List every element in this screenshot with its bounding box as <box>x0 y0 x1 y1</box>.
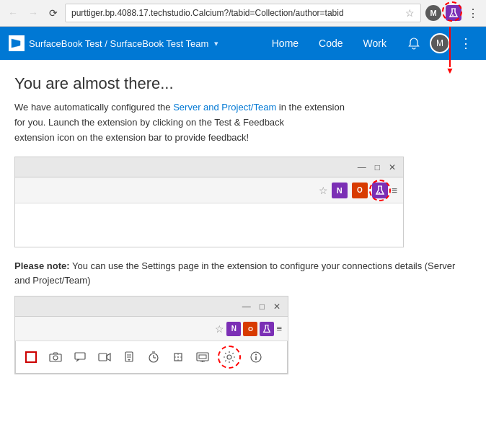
navbar-wrapper: SurfaceBook Test / SurfaceBook Test Team… <box>0 27 486 60</box>
step-button[interactable] <box>120 348 138 366</box>
url-text: purttiger.bp.4088.17.techstudio.Calcium?… <box>71 8 401 18</box>
comment-button[interactable] <box>71 348 89 366</box>
nav-work[interactable]: Work <box>353 27 397 60</box>
mock-close-1[interactable]: ✕ <box>387 162 397 172</box>
notifications-button[interactable] <box>402 32 425 55</box>
page-title: You are almost there... <box>14 74 472 93</box>
nav-home[interactable]: Home <box>262 27 309 60</box>
mock-flask-icon-2[interactable] <box>260 322 274 336</box>
test-feedback-icon[interactable] <box>444 4 463 22</box>
mock-star-icon-2: ☆ <box>215 323 224 335</box>
nav-icons: M ⋮ <box>402 32 477 55</box>
note-text: Please note: You can use the Settings pa… <box>14 259 472 287</box>
mock-onenote-icon-2[interactable]: N <box>226 322 241 336</box>
mock-minimize-2[interactable]: — <box>241 302 252 312</box>
video-button[interactable] <box>95 348 114 366</box>
nav-links: Home Code Work <box>262 27 397 60</box>
browser-menu-button[interactable]: ⋮ <box>464 6 482 20</box>
svg-rect-5 <box>75 353 85 359</box>
svg-point-23 <box>255 354 257 356</box>
nav-code[interactable]: Code <box>309 27 353 60</box>
flask-highlight-circle <box>369 180 391 201</box>
refresh-button[interactable]: ⟳ <box>45 4 62 22</box>
browser-chrome: ← → ⟳ purttiger.bp.4088.17.techstudio.Ca… <box>0 0 486 27</box>
arrow-indicator: ▼ <box>446 27 454 76</box>
crop-button[interactable] <box>169 348 187 366</box>
camera-button[interactable] <box>46 348 65 366</box>
project-chevron: ▾ <box>214 39 218 48</box>
mock-toolbar-2: ☆ N O ≡ <box>15 317 288 341</box>
svg-point-4 <box>53 356 58 360</box>
note-label: Please note: <box>14 260 70 271</box>
mock-toolbar-1: ☆ N O ≡ <box>15 177 403 203</box>
mock-office-icon-2[interactable]: O <box>243 322 257 336</box>
mock-minimize-1[interactable]: — <box>356 162 368 172</box>
mock-onenote-icon[interactable]: N <box>331 182 348 199</box>
info-button[interactable] <box>247 348 265 366</box>
svg-rect-16 <box>197 353 208 361</box>
browser-mockup-1: — □ ✕ ☆ N O ≡ <box>14 157 404 247</box>
timer-button[interactable] <box>144 348 163 366</box>
app-navbar: SurfaceBook Test / SurfaceBook Test Team… <box>0 27 486 60</box>
forward-button[interactable]: → <box>25 4 42 22</box>
mock-maximize-2[interactable]: □ <box>258 302 266 312</box>
back-button[interactable]: ← <box>4 4 22 22</box>
star-icon: ☆ <box>405 7 415 19</box>
mock-titlebar-2: — □ ✕ <box>15 297 288 317</box>
mock-star-icon: ☆ <box>319 185 328 196</box>
mock-close-2[interactable]: ✕ <box>272 302 282 312</box>
note-content: You can use the Settings page in the ext… <box>14 260 455 286</box>
mock-content-area <box>15 203 403 247</box>
screen-button[interactable] <box>193 348 212 366</box>
mock-menu-icon[interactable]: ≡ <box>392 185 397 196</box>
note-section: Please note: You can use the Settings pa… <box>14 259 472 287</box>
address-bar[interactable]: purttiger.bp.4088.17.techstudio.Calcium?… <box>65 4 421 22</box>
user-avatar-icon[interactable]: M <box>424 4 443 22</box>
extension-icons: M ⋮ <box>424 4 482 22</box>
mock-office-icon[interactable]: O <box>351 182 368 199</box>
browser-toolbar: ← → ⟳ purttiger.bp.4088.17.techstudio.Ca… <box>0 0 486 26</box>
browser-mockup-2: — □ ✕ ☆ N O ≡ <box>14 296 288 374</box>
extension-toolbar <box>15 341 288 374</box>
mock-flask-icon[interactable] <box>371 182 389 199</box>
main-content: You are almost there... We have automati… <box>0 60 486 382</box>
record-button[interactable] <box>22 348 40 366</box>
svg-rect-6 <box>99 353 107 361</box>
settings-highlight-circle <box>218 346 241 369</box>
svg-marker-1 <box>12 39 20 48</box>
project-name[interactable]: SurfaceBook Test / SurfaceBook Test Team… <box>29 38 218 49</box>
page-description: We have automatically configured the Ser… <box>14 100 472 145</box>
svg-rect-17 <box>199 355 206 359</box>
highlight-server: Server and Project/Team <box>173 102 276 113</box>
mock-menu-icon-2[interactable]: ≡ <box>276 323 282 334</box>
vsts-logo <box>9 35 25 51</box>
settings-button[interactable] <box>218 346 241 369</box>
mock-maximize-1[interactable]: □ <box>374 162 381 172</box>
mock-titlebar-1: — □ ✕ <box>15 157 403 177</box>
more-menu-button[interactable]: ⋮ <box>454 32 477 55</box>
